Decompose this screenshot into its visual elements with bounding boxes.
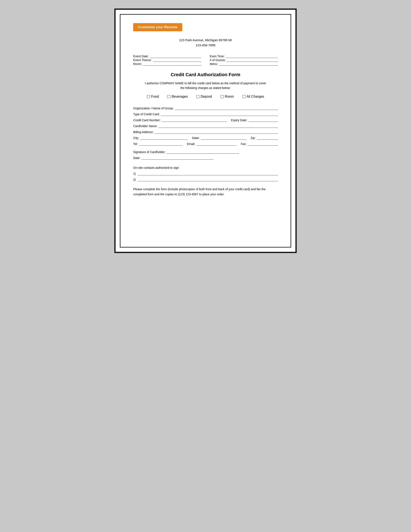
credit-card-type-row: Type of Credit Card: <box>133 112 278 116</box>
expiry-label: Expiry Date: <box>231 118 247 122</box>
address-line2: 123-456-7899 <box>133 43 278 48</box>
zip-line <box>257 136 278 140</box>
auth-text: I authorize COMPANY NAME to bill the cre… <box>133 81 278 90</box>
menu-row: Menu: <box>210 62 278 66</box>
city-line <box>140 136 188 140</box>
even-time-row: Even Time: <box>210 54 278 58</box>
all-charges-option[interactable]: All Charges <box>242 95 264 98</box>
organization-label: Organization / Name of Group: <box>133 106 174 110</box>
city-label: City: <box>133 136 139 140</box>
billing-address-line <box>155 130 278 134</box>
footer-text: Please complete the form (include photoc… <box>133 187 278 197</box>
form-fields: Organization / Name of Group: Type of Cr… <box>133 106 278 146</box>
card-number-segment: Credit Card Number: <box>133 118 227 122</box>
onsite-row-2: 2) <box>133 178 278 181</box>
city-segment: City: <box>133 136 188 140</box>
billing-address-label: Billing Address: <box>133 130 154 134</box>
tel-label: Tel: <box>133 142 138 146</box>
food-option[interactable]: Food <box>147 95 159 98</box>
menu-label: Menu: <box>210 62 218 66</box>
card-number-label: Credit Card Number: <box>133 118 161 122</box>
credit-card-number-row: Credit Card Number: Expiry Date: <box>133 118 278 122</box>
cardholder-name-label: Cardholder Name: <box>133 124 157 128</box>
organization-line <box>175 106 278 110</box>
even-time-label: Even Time: <box>210 55 225 58</box>
expiry-line <box>248 118 278 122</box>
food-label: Food <box>151 95 159 98</box>
deposit-label: Deposit <box>201 95 212 98</box>
guests-line <box>227 58 278 62</box>
room-line <box>143 62 201 66</box>
customize-resume-button[interactable]: Customize your Resume <box>133 23 182 31</box>
tel-email-fax-row: Tel: Email: Fax: <box>133 142 278 146</box>
deposit-option[interactable]: Deposit <box>196 95 212 98</box>
room-option[interactable]: Room <box>220 95 234 98</box>
room-row: Room: <box>133 62 201 66</box>
onsite-item-2-label: 2) <box>133 178 136 181</box>
room-checkbox-label: Room <box>225 95 234 98</box>
state-segment: State: <box>192 136 247 140</box>
event-theme-line <box>153 58 201 62</box>
cardholder-name-row: Cardholder Name: <box>133 124 278 128</box>
all-charges-label: All Charges <box>247 95 264 98</box>
even-time-line <box>226 54 278 58</box>
signature-label: Signature of Cardholder: <box>133 150 166 154</box>
event-date-label: Event Date: <box>133 55 149 58</box>
email-line <box>196 142 237 146</box>
event-fields: Event Date: Event Theme: Room: Even Time… <box>133 54 278 66</box>
address-line1: 123 Park Avenue, Michigan 69789 MI <box>133 38 278 43</box>
auth-text-line1: I authorize COMPANY NAME to bill the cre… <box>133 81 278 86</box>
event-date-line <box>150 54 201 58</box>
credit-card-type-line <box>161 112 278 116</box>
city-state-zip-row: City: State: Zip: <box>133 136 278 140</box>
billing-address-row: Billing Address: <box>133 130 278 134</box>
state-label: State: <box>192 136 200 140</box>
card-number-line <box>162 118 227 122</box>
beverages-option[interactable]: Beverages <box>167 95 188 98</box>
event-date-row: Event Date: <box>133 54 201 58</box>
state-line <box>201 136 246 140</box>
onsite-item-1-label: 1) <box>133 172 136 175</box>
fax-segment: Fax: <box>241 142 278 146</box>
deposit-checkbox[interactable] <box>196 95 199 98</box>
tel-segment: Tel: <box>133 142 183 146</box>
date-line <box>141 156 214 160</box>
address-block: 123 Park Avenue, Michigan 69789 MI 123-4… <box>133 38 278 48</box>
event-theme-row: Event Theme: <box>133 58 201 62</box>
signature-row: Signature of Cardholder: <box>133 150 278 154</box>
event-theme-label: Event Theme: <box>133 58 152 62</box>
email-segment: Email: <box>187 142 236 146</box>
date-row: Date: <box>133 156 278 160</box>
beverages-label: Beverages <box>172 95 188 98</box>
charge-options: Food Beverages Deposit Room All Charges <box>133 95 278 98</box>
email-label: Email: <box>187 142 195 146</box>
onsite-row-1: 1) <box>133 171 278 175</box>
onsite-title: On-site contacts authorized to sign <box>133 166 278 169</box>
beverages-checkbox[interactable] <box>167 95 170 98</box>
date-label: Date: <box>133 156 140 160</box>
all-charges-checkbox[interactable] <box>242 95 245 98</box>
signature-line <box>167 150 239 154</box>
auth-text-line2: the following charges as stated below: <box>133 86 278 90</box>
form-title: Credit Card Authorization Form <box>133 72 278 77</box>
room-label: Room: <box>133 62 142 66</box>
zip-segment: Zip: <box>251 136 278 140</box>
onsite-line-2 <box>137 178 278 181</box>
onsite-line-1 <box>137 171 278 175</box>
organization-row: Organization / Name of Group: <box>133 106 278 110</box>
outer-border: Customize your Resume 123 Park Avenue, M… <box>114 9 297 253</box>
fax-line <box>248 142 278 146</box>
onsite-section: On-site contacts authorized to sign 1) 2… <box>133 166 278 181</box>
tel-line <box>139 142 183 146</box>
guests-row: # of Guests: <box>210 58 278 62</box>
menu-line <box>219 62 278 66</box>
guests-label: # of Guests: <box>210 58 226 62</box>
zip-label: Zip: <box>251 136 256 140</box>
expiry-segment: Expiry Date: <box>231 118 278 122</box>
inner-border: Customize your Resume 123 Park Avenue, M… <box>120 14 291 247</box>
credit-card-type-label: Type of Credit Card: <box>133 113 160 116</box>
cardholder-name-line <box>159 124 278 128</box>
fax-label: Fax: <box>241 142 247 146</box>
room-checkbox[interactable] <box>220 95 224 98</box>
food-checkbox[interactable] <box>147 95 150 98</box>
